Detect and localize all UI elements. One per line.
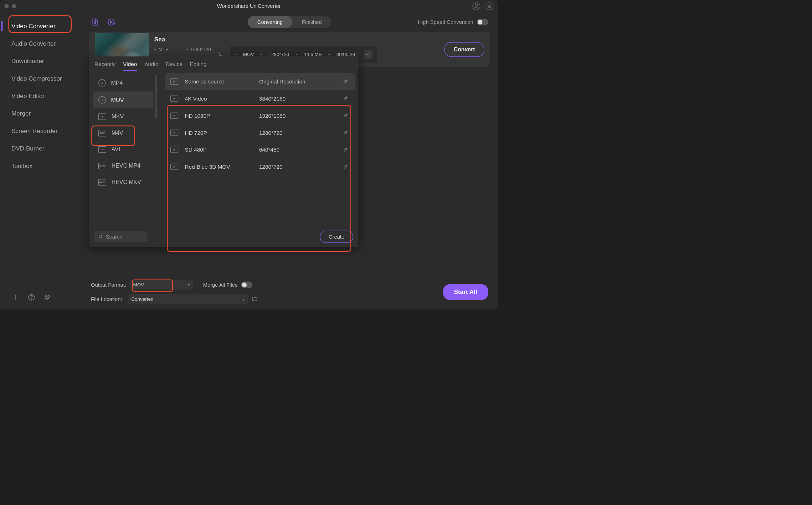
account-icon[interactable] bbox=[472, 2, 480, 10]
high-speed-toggle[interactable] bbox=[477, 19, 488, 25]
sidebar-item-audio-converter[interactable]: Audio Converter bbox=[0, 35, 81, 52]
sidebar-item-merger[interactable]: Merger bbox=[0, 105, 81, 122]
toolbar: ▾ ▾ ConvertingFinished High Speed Conver… bbox=[81, 12, 498, 32]
format-m4v[interactable]: M4VM4V bbox=[93, 125, 153, 141]
svg-point-15 bbox=[99, 235, 102, 238]
svg-point-0 bbox=[475, 4, 478, 6]
tab-editing[interactable]: Editing bbox=[190, 61, 207, 71]
search-placeholder: Search bbox=[106, 234, 123, 240]
video-icon bbox=[170, 96, 178, 102]
resolution-value: 1280*720 bbox=[259, 129, 336, 136]
file-title: Sea bbox=[154, 36, 439, 43]
format-scrollbar[interactable] bbox=[155, 75, 157, 119]
resolution-name: 4K Video bbox=[185, 96, 253, 102]
tab-audio[interactable]: Audio bbox=[144, 61, 158, 71]
edit-icon[interactable] bbox=[343, 164, 349, 170]
format-mkv[interactable]: MKV bbox=[93, 108, 153, 125]
segment-finished[interactable]: Finished bbox=[292, 16, 332, 28]
video-icon bbox=[170, 147, 178, 153]
format-mov[interactable]: MOV bbox=[93, 91, 153, 108]
svg-point-5 bbox=[31, 299, 32, 299]
titlebar: Wondershare UniConverter bbox=[0, 0, 498, 12]
format-icon bbox=[98, 113, 106, 120]
segment-converting[interactable]: Converting bbox=[248, 16, 292, 28]
video-icon bbox=[170, 78, 178, 85]
resolution-name: Red-Blue 3D MOV bbox=[185, 164, 253, 170]
edit-icon[interactable] bbox=[343, 129, 349, 136]
format-icon: M4V bbox=[98, 130, 106, 136]
resolution-item[interactable]: HD 1080P1920*1080 bbox=[165, 107, 355, 124]
output-format-label: Output Format: bbox=[91, 282, 126, 288]
resolution-item[interactable]: Same as sourceOriginal Resolution bbox=[165, 73, 355, 90]
high-speed-label: High Speed Conversion bbox=[418, 19, 473, 25]
format-hevcmkv[interactable]: HEVCHEVC MKV bbox=[93, 174, 153, 190]
sidebar-item-toolbox[interactable]: Toolbox bbox=[0, 157, 81, 175]
svg-point-6 bbox=[46, 296, 47, 297]
tab-device[interactable]: Device bbox=[166, 61, 183, 71]
book-icon[interactable] bbox=[12, 294, 19, 301]
format-icon: HEVC bbox=[98, 179, 106, 185]
resolution-item[interactable]: HD 720P1280*720 bbox=[165, 124, 355, 141]
edit-icon[interactable] bbox=[343, 78, 349, 85]
svg-line-16 bbox=[101, 237, 102, 238]
format-popup: RecentlyVideoAudioDeviceEditing MP4MOVMK… bbox=[89, 56, 358, 247]
resolution-value: 1920*1080 bbox=[259, 112, 336, 119]
bottom-bar: Output Format: MOV ▾ Merge All Files Fil… bbox=[81, 275, 498, 310]
create-button[interactable]: Create bbox=[320, 230, 353, 243]
edit-icon[interactable] bbox=[343, 112, 349, 119]
tab-recently[interactable]: Recently bbox=[94, 61, 116, 71]
sidebar: Video ConverterAudio ConverterDownloader… bbox=[0, 12, 81, 310]
format-label: M4V bbox=[112, 130, 123, 137]
resolution-name: Same as source bbox=[185, 78, 253, 85]
format-label: MOV bbox=[111, 97, 124, 103]
add-file-chevron-icon[interactable]: ▾ bbox=[94, 20, 96, 24]
resolution-value: 1280*720 bbox=[259, 164, 336, 170]
video-icon bbox=[170, 130, 178, 136]
main: ▾ ▾ ConvertingFinished High Speed Conver… bbox=[81, 12, 498, 310]
format-icon bbox=[98, 96, 106, 104]
sidebar-item-screen-recorder[interactable]: Screen Recorder bbox=[0, 122, 81, 140]
sidebar-item-video-converter[interactable]: Video Converter bbox=[0, 17, 81, 35]
menu-icon[interactable] bbox=[485, 2, 493, 10]
resolution-item[interactable]: Red-Blue 3D MOV1280*720 bbox=[165, 158, 355, 175]
svg-point-14 bbox=[368, 54, 369, 55]
start-all-button[interactable]: Start All bbox=[443, 284, 488, 300]
share-icon[interactable] bbox=[44, 294, 51, 301]
format-label: MKV bbox=[112, 113, 124, 120]
convert-button[interactable]: Convert bbox=[444, 42, 484, 57]
sidebar-item-video-compressor[interactable]: Video Compressor bbox=[0, 70, 81, 87]
search-input[interactable]: Search bbox=[94, 231, 147, 243]
format-label: MP4 bbox=[111, 80, 123, 86]
format-hevcmp4[interactable]: HEVCHEVC MP4 bbox=[93, 158, 153, 174]
help-icon[interactable] bbox=[28, 294, 35, 301]
format-icon bbox=[98, 146, 106, 153]
file-location-select[interactable]: Converted ▾ bbox=[128, 294, 248, 304]
chevron-down-icon: ▾ bbox=[188, 283, 190, 287]
merge-label: Merge All Files bbox=[203, 282, 237, 288]
resolution-value: 3840*2160 bbox=[259, 96, 336, 102]
svg-point-7 bbox=[48, 296, 50, 297]
resolution-item[interactable]: 4K Video3840*2160 bbox=[165, 90, 355, 107]
window-controls[interactable] bbox=[4, 4, 16, 8]
format-avi[interactable]: AVI bbox=[93, 141, 153, 158]
src-res: 1280*720 bbox=[190, 47, 211, 52]
close-window-dot[interactable] bbox=[4, 4, 9, 8]
edit-icon[interactable] bbox=[343, 147, 349, 153]
output-format-select[interactable]: MOV ▾ bbox=[130, 280, 193, 290]
tab-video[interactable]: Video bbox=[123, 61, 137, 71]
sidebar-item-downloader[interactable]: Downloader bbox=[0, 52, 81, 70]
resolution-item[interactable]: SD 480P640*480 bbox=[165, 141, 355, 158]
minimize-window-dot[interactable] bbox=[12, 4, 16, 8]
edit-icon[interactable] bbox=[343, 95, 349, 102]
file-location-label: File Location: bbox=[91, 296, 122, 302]
format-label: HEVC MKV bbox=[112, 179, 141, 185]
sidebar-item-dvd-burner[interactable]: DVD Burner bbox=[0, 140, 81, 157]
format-mp4[interactable]: MP4 bbox=[93, 74, 153, 91]
sidebar-item-video-editor[interactable]: Video Editor bbox=[0, 87, 81, 105]
output-format-value: MOV bbox=[133, 282, 144, 288]
resolution-name: HD 1080P bbox=[185, 112, 253, 119]
add-disc-chevron-icon[interactable]: ▾ bbox=[110, 20, 112, 24]
open-folder-icon[interactable] bbox=[251, 296, 258, 302]
merge-toggle[interactable] bbox=[241, 282, 252, 288]
settings-icon[interactable] bbox=[364, 50, 373, 59]
